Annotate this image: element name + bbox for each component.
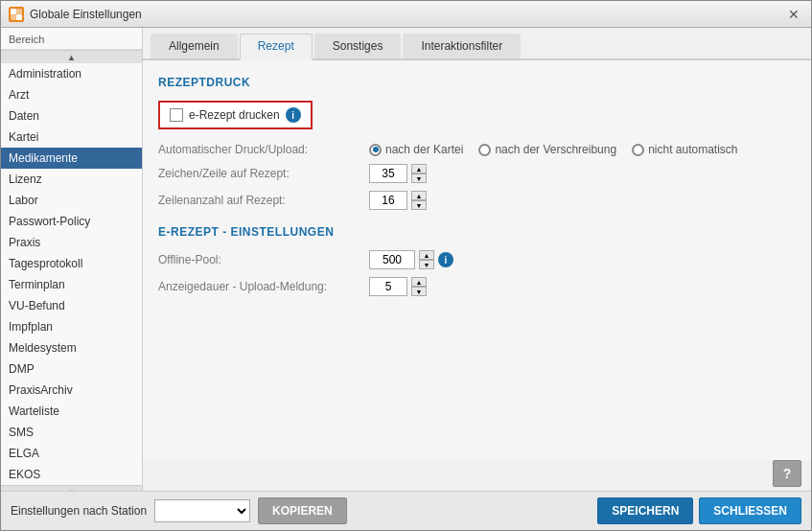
sidebar-item-administration[interactable]: Administration — [1, 63, 142, 84]
radio-btn-nicht-automatisch[interactable] — [632, 144, 644, 156]
sidebar-item-elga[interactable]: ELGA — [1, 443, 142, 464]
radio-label-nach-verschreibung: nach der Verschreibung — [495, 143, 616, 156]
sidebar-item-praxisarchiv[interactable]: PraxisArchiv — [1, 380, 142, 401]
anzeigedauer-row: Anzeigedauer - Upload-Meldung: ▲ ▼ — [158, 277, 796, 296]
erezept-checkbox-row: e-Rezept drucken i — [158, 101, 313, 129]
sidebar-item-ekos[interactable]: EKOS — [1, 464, 142, 485]
offline-input[interactable] — [369, 250, 415, 269]
offline-label: Offline-Pool: — [158, 253, 369, 266]
sidebar-item-lizenz[interactable]: Lizenz — [1, 169, 142, 190]
zeichen-up-btn[interactable]: ▲ — [411, 164, 427, 173]
svg-rect-1 — [16, 14, 22, 20]
tabs-bar: Allgemein Rezept Sonstiges Interaktionsf… — [143, 28, 811, 60]
save-button[interactable]: SPEICHERN — [597, 497, 693, 524]
erezept-checkbox[interactable] — [170, 108, 183, 122]
sidebar-item-warteliste[interactable]: Warteliste — [1, 401, 142, 422]
auto-print-row: Automatischer Druck/Upload: nach der Kar… — [158, 143, 796, 156]
zeichen-label: Zeichen/Zeile auf Rezept: — [158, 167, 369, 180]
tab-sonstiges[interactable]: Sonstiges — [314, 34, 402, 58]
footer-right: SPEICHERN SCHLIESSEN — [597, 497, 801, 524]
help-area: ? — [143, 460, 811, 491]
sidebar-item-labor[interactable]: Labor — [1, 190, 142, 211]
zeichen-input[interactable] — [369, 164, 407, 183]
anzeigedauer-input[interactable] — [369, 277, 407, 296]
tab-interaktionsfilter[interactable]: Interaktionsfilter — [403, 34, 521, 58]
sidebar: Bereich ▲ Administration Arzt Daten Kart… — [1, 28, 143, 491]
radio-label-nicht-automatisch: nicht automatisch — [648, 143, 737, 156]
offline-spinner-btns: ▲ ▼ — [419, 250, 434, 269]
zeilen-spinner: ▲ ▼ — [369, 191, 427, 210]
sidebar-item-impfplan[interactable]: Impfplan — [1, 316, 142, 337]
settings-station-label: Einstellungen nach Station — [11, 504, 147, 518]
zeilen-label: Zeilenanzahl auf Rezept: — [158, 194, 369, 207]
svg-rect-0 — [11, 9, 16, 14]
offline-up-btn[interactable]: ▲ — [419, 250, 434, 260]
app-icon — [9, 7, 24, 22]
sidebar-item-dmp[interactable]: DMP — [1, 358, 142, 380]
anzeigedauer-spinner: ▲ ▼ — [369, 277, 427, 296]
content-area: Bereich ▲ Administration Arzt Daten Kart… — [1, 28, 811, 491]
tab-content-rezept: REZEPTDRUCK e-Rezept drucken i Automatis… — [143, 60, 811, 460]
zeichen-spinner-btns: ▲ ▼ — [411, 164, 427, 183]
main-window: Globale Einstellungen ✕ Bereich ▲ Admini… — [0, 0, 812, 531]
sidebar-scroll-up[interactable]: ▲ — [1, 50, 142, 63]
sidebar-item-passwort-policy[interactable]: Passwort-Policy — [1, 211, 142, 232]
sidebar-item-vu-befund[interactable]: VU-Befund — [1, 295, 142, 316]
sidebar-item-meldesystem[interactable]: Meldesystem — [1, 337, 142, 358]
radio-btn-nach-kartei[interactable] — [369, 144, 382, 156]
offline-down-btn[interactable]: ▼ — [419, 260, 434, 269]
zeichen-down-btn[interactable]: ▼ — [411, 173, 427, 183]
sidebar-item-praxis[interactable]: Praxis — [1, 232, 142, 253]
sidebar-item-terminplan[interactable]: Terminplan — [1, 274, 142, 295]
footer: Einstellungen nach Station KOPIEREN SPEI… — [1, 491, 811, 530]
sidebar-item-kartei[interactable]: Kartei — [1, 127, 142, 148]
erezept-info-icon[interactable]: i — [286, 107, 301, 123]
sidebar-item-sms[interactable]: SMS — [1, 422, 142, 443]
close-window-button[interactable]: ✕ — [784, 5, 803, 24]
anzeigedauer-spinner-btns: ▲ ▼ — [411, 277, 427, 296]
close-button[interactable]: SCHLIESSEN — [699, 497, 801, 524]
zeichen-spinner: ▲ ▼ — [369, 164, 427, 183]
zeilen-input[interactable] — [369, 191, 407, 210]
offline-info-icon[interactable]: i — [438, 252, 453, 267]
anzeigedauer-up-btn[interactable]: ▲ — [411, 277, 427, 287]
station-select[interactable] — [154, 499, 250, 522]
radio-label-nach-kartei: nach der Kartei — [385, 143, 463, 156]
sidebar-header: Bereich — [1, 28, 142, 50]
radio-nicht-automatisch[interactable]: nicht automatisch — [632, 143, 737, 156]
anzeigedauer-label: Anzeigedauer - Upload-Meldung: — [158, 280, 369, 293]
sidebar-item-daten[interactable]: Daten — [1, 105, 142, 127]
section-rezeptdruck-title: REZEPTDRUCK — [158, 76, 796, 89]
help-button[interactable]: ? — [773, 460, 801, 487]
main-panel: Allgemein Rezept Sonstiges Interaktionsf… — [143, 28, 811, 491]
svg-rect-2 — [11, 14, 16, 20]
tab-allgemein[interactable]: Allgemein — [151, 34, 238, 58]
radio-nach-verschreibung[interactable]: nach der Verschreibung — [478, 143, 616, 156]
window-title: Globale Einstellungen — [30, 8, 142, 21]
sidebar-item-medikamente[interactable]: Medikamente — [1, 148, 142, 169]
section-erezept-title: E-REZEPT - EINSTELLUNGEN — [158, 225, 796, 239]
offline-spinner: ▲ ▼ i — [369, 250, 453, 269]
zeilen-spinner-btns: ▲ ▼ — [411, 191, 427, 210]
erezept-label: e-Rezept drucken — [189, 108, 280, 122]
zeichen-row: Zeichen/Zeile auf Rezept: ▲ ▼ — [158, 164, 796, 183]
auto-print-label: Automatischer Druck/Upload: — [158, 143, 369, 156]
radio-btn-nach-verschreibung[interactable] — [478, 144, 491, 156]
sidebar-item-arzt[interactable]: Arzt — [1, 84, 142, 105]
auto-print-radio-group: nach der Kartei nach der Verschreibung n… — [369, 143, 738, 156]
copy-button[interactable]: KOPIEREN — [258, 497, 347, 524]
titlebar: Globale Einstellungen ✕ — [1, 1, 811, 28]
sidebar-item-tagesprotokoll[interactable]: Tagesprotokoll — [1, 253, 142, 274]
svg-rect-3 — [16, 9, 22, 14]
titlebar-left: Globale Einstellungen — [9, 7, 142, 22]
zeilen-up-btn[interactable]: ▲ — [411, 191, 427, 200]
zeilen-down-btn[interactable]: ▼ — [411, 200, 427, 210]
offline-row: Offline-Pool: ▲ ▼ i — [158, 250, 796, 269]
footer-left: Einstellungen nach Station KOPIEREN — [11, 497, 347, 524]
radio-nach-kartei[interactable]: nach der Kartei — [369, 143, 463, 156]
sidebar-list: ▲ Administration Arzt Daten Kartei Medik… — [1, 50, 142, 491]
zeilen-row: Zeilenanzahl auf Rezept: ▲ ▼ — [158, 191, 796, 210]
anzeigedauer-down-btn[interactable]: ▼ — [411, 287, 427, 296]
tab-rezept[interactable]: Rezept — [240, 34, 313, 60]
